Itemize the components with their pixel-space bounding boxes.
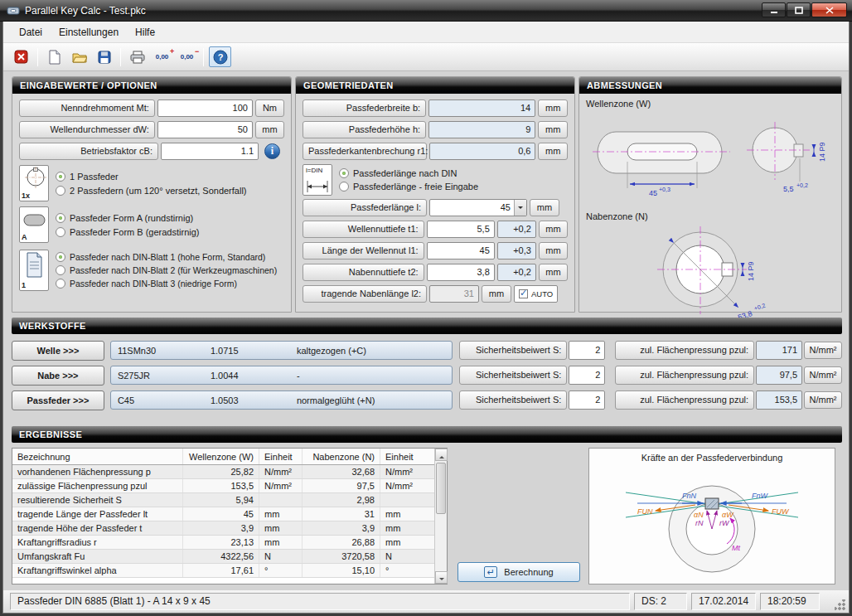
- open-folder-icon: [72, 51, 87, 64]
- scrollbar-thumb[interactable]: [436, 463, 446, 514]
- exit-button[interactable]: [10, 46, 32, 67]
- berechnung-button[interactable]: ↵ Berechnung: [457, 562, 580, 582]
- print-button[interactable]: [126, 46, 148, 67]
- menu-hilfe[interactable]: Hilfe: [128, 23, 162, 41]
- window-title: Parallel Key Calc - Test.pkc: [25, 5, 146, 17]
- resize-grip[interactable]: [835, 599, 845, 610]
- radio-laenge-frei[interactable]: Passfederlänge - freie Eingabe: [339, 182, 478, 192]
- passfederbreite-field[interactable]: 14: [428, 99, 535, 117]
- close-button[interactable]: [811, 2, 847, 17]
- wellennuttiefe-input[interactable]: 5,5: [427, 221, 495, 238]
- werkstoffe-header: WERKSTOFFE: [12, 318, 842, 334]
- toolbar-separator: [203, 48, 204, 66]
- open-file-button[interactable]: [68, 46, 90, 67]
- table-scrollbar[interactable]: [434, 449, 447, 584]
- status-time: 18:20:59: [760, 593, 820, 610]
- welle-material-button[interactable]: Welle >>>: [12, 341, 104, 361]
- welle-material-row: Welle >>> 11SMn30 1.0715 kaltgezogen (+C…: [12, 340, 842, 361]
- sicherheitsbeiwert-label: Sicherheitsbeiwert S:: [459, 341, 567, 360]
- radio-din-blatt-1[interactable]: Passfeder nach DIN-Blatt 1 (hohe Form, S…: [56, 252, 277, 262]
- svg-text:?: ?: [217, 52, 223, 62]
- nabe-sicherheitsbeiwert-input[interactable]: 2: [569, 366, 605, 385]
- kantenbrechung-field[interactable]: 0,6: [429, 143, 535, 160]
- nabenlaenge-unit: mm: [482, 285, 511, 303]
- abmessungen-header: ABMESSUNGEN: [579, 77, 841, 94]
- pzul-unit: N/mm²: [804, 391, 842, 409]
- slot-length-tol: +0,3: [659, 187, 670, 192]
- radio-icon: [56, 252, 65, 262]
- passfederhoehe-field[interactable]: 9: [428, 121, 535, 138]
- decimal-increase-button[interactable]: 0,00+: [151, 46, 173, 67]
- forces-diagram-panel: Kräfte an der Passfederverbindung: [588, 448, 835, 584]
- status-ds: DS: 2: [634, 593, 687, 610]
- radio-2-passfedern[interactable]: 2 Passfedern (um 120° versetzt, Sonderfa…: [56, 186, 247, 196]
- pzul-label: zul. Flächenpressung pzul:: [615, 366, 754, 385]
- wellendurchmesser-unit: mm: [255, 121, 284, 138]
- menubar: Datei Einstellungen Hilfe: [3, 22, 849, 43]
- label-fnn: FnN: [682, 492, 697, 500]
- save-file-button[interactable]: [93, 46, 115, 67]
- wellendurchmesser-input[interactable]: 50: [157, 121, 253, 138]
- passfeder-sicherheitsbeiwert-input[interactable]: 2: [569, 390, 605, 410]
- decimal-decrease-button[interactable]: 0,00−: [176, 46, 198, 67]
- auto-checkbox[interactable]: [519, 289, 528, 298]
- toolbar: 0,00+ 0,00− ?: [3, 43, 849, 71]
- radio-din-blatt-2[interactable]: Passfeder nach DIN-Blatt 2 (für Werkzeug…: [56, 265, 277, 275]
- radio-form-b[interactable]: Passfeder Form B (geradstirnig): [56, 227, 200, 237]
- wellennuttiefe-label: Wellennuttiefe t1:: [303, 221, 424, 238]
- scroll-up-icon[interactable]: [435, 449, 448, 461]
- geometriedaten-panel: GEOMETRIEDATEN Passfederbreite b: 14 mm …: [295, 76, 575, 313]
- help-button[interactable]: ?: [209, 46, 231, 67]
- sicherheitsbeiwert-label: Sicherheitsbeiwert S:: [459, 366, 567, 385]
- label-rn: rN: [695, 519, 704, 527]
- results-table: Bezeichnung Wellenzone (W) Einheit Naben…: [12, 448, 448, 584]
- info-button[interactable]: i: [264, 143, 280, 159]
- nabe-material-button[interactable]: Nabe >>>: [12, 366, 104, 386]
- radio-icon: [56, 265, 65, 275]
- maximize-button[interactable]: [787, 2, 811, 17]
- nabe-material-field[interactable]: S275JR 1.0044 -: [110, 366, 453, 385]
- forces-diagram-title: Kräfte an der Passfederverbindung: [589, 449, 835, 463]
- welle-material-field[interactable]: 11SMn30 1.0715 kaltgezogen (+C): [110, 341, 453, 360]
- radio-icon: [339, 168, 349, 178]
- passfeder-form-icon: A: [19, 206, 49, 243]
- welle-sicherheitsbeiwert-input[interactable]: 2: [569, 341, 605, 360]
- radio-laenge-din[interactable]: Passfederlänge nach DIN: [339, 168, 478, 178]
- titlebar[interactable]: Parallel Key Calc - Test.pkc: [0, 0, 852, 22]
- menu-einstellungen[interactable]: Einstellungen: [51, 23, 126, 41]
- nenndrehmoment-unit: Nm: [255, 99, 284, 117]
- results-table-header: Bezeichnung Wellenzone (W) Einheit Naben…: [12, 449, 447, 465]
- betriebsfaktor-input[interactable]: 1.1: [161, 143, 259, 160]
- passfederbreite-label: Passfederbreite b:: [303, 99, 426, 117]
- kantenbrechung-unit: mm: [538, 143, 568, 160]
- nabenlaenge-input[interactable]: 31: [429, 285, 479, 303]
- geometriedaten-header: GEOMETRIEDATEN: [296, 77, 574, 94]
- radio-din-blatt-3[interactable]: Passfeder nach DIN-Blatt 3 (niedrige For…: [56, 279, 277, 289]
- radio-1-passfeder[interactable]: 1 Passfeder: [56, 172, 247, 182]
- menu-datei[interactable]: Datei: [12, 23, 50, 41]
- table-row: resultierende Sicherheit S5,942,98: [12, 493, 447, 507]
- label-rw: rW: [719, 519, 730, 527]
- laenge-din-icon: l=DIN: [303, 164, 332, 196]
- passfederlaenge-unit: mm: [530, 199, 559, 216]
- radio-form-a[interactable]: Passfeder Form A (rundstirnig): [56, 213, 200, 223]
- passfederlaenge-combobox[interactable]: 45: [429, 199, 527, 216]
- passfeder-material-field[interactable]: C45 1.0503 normalgeglüht (+N): [110, 390, 453, 410]
- print-icon: [130, 51, 145, 64]
- minimize-button[interactable]: [762, 2, 786, 17]
- auto-checkbox-field[interactable]: AUTO: [514, 285, 558, 303]
- scroll-down-icon[interactable]: [435, 571, 448, 584]
- new-file-button[interactable]: [43, 46, 65, 67]
- berechnung-label: Berechnung: [504, 567, 553, 577]
- new-file-icon: [48, 50, 61, 65]
- passfederlaenge-value[interactable]: 45: [430, 200, 514, 216]
- wellenzone-label: Wellenzone (W): [584, 95, 836, 109]
- passfeder-material-button[interactable]: Passfeder >>>: [12, 390, 104, 410]
- chevron-down-icon[interactable]: [514, 200, 526, 216]
- key-width-dim-w: 14 P9: [818, 142, 826, 162]
- nabennuttiefe-input[interactable]: 3,8: [427, 264, 495, 281]
- nenndrehmoment-input[interactable]: 100: [157, 99, 253, 117]
- wellendurchmesser-label: Wellendurchmesser dW:: [19, 121, 155, 138]
- wellennut-laenge-input[interactable]: 45: [427, 242, 495, 259]
- betriebsfaktor-label: Betriebsfaktor cB:: [19, 143, 158, 160]
